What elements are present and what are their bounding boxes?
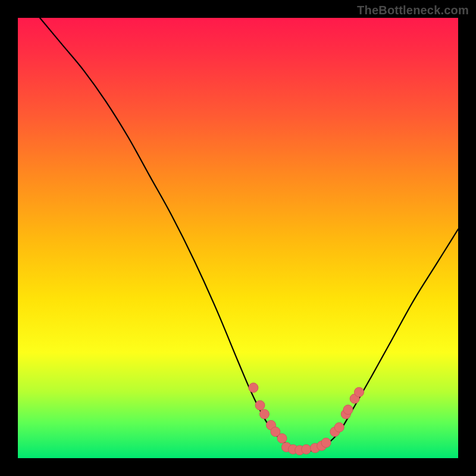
curve-marker	[259, 409, 269, 419]
curve-marker	[321, 438, 331, 447]
curve-markers	[249, 383, 364, 455]
curve-marker	[343, 405, 353, 415]
curve-marker	[277, 434, 287, 443]
plot-area	[18, 18, 458, 458]
curve-marker	[302, 444, 311, 454]
chart-stage: TheBottleneck.com	[0, 0, 476, 476]
curve-svg	[18, 18, 458, 458]
curve-marker	[249, 383, 258, 393]
curve-marker	[334, 422, 344, 432]
curve-marker	[255, 400, 265, 410]
watermark-text: TheBottleneck.com	[357, 4, 469, 17]
curve-marker	[355, 387, 364, 397]
